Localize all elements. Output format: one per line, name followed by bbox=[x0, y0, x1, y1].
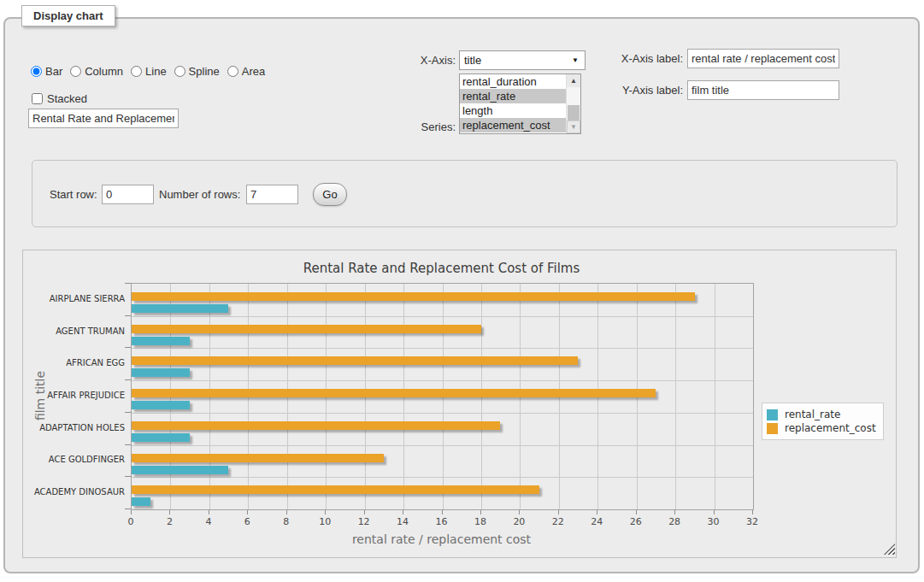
y-tick bbox=[125, 379, 131, 380]
bar-replacement_cost bbox=[132, 356, 578, 365]
series-multiselect[interactable]: rental_durationrental_ratelengthreplacem… bbox=[459, 73, 581, 134]
y-category-label: AGENT TRUMAN bbox=[28, 326, 125, 336]
series-option-rental_duration[interactable]: rental_duration bbox=[460, 74, 568, 89]
gridline bbox=[132, 348, 753, 349]
radio-line[interactable] bbox=[131, 66, 142, 77]
gridline bbox=[132, 445, 753, 446]
x-tick bbox=[519, 510, 520, 514]
x-tick bbox=[403, 510, 403, 514]
y-axis-label-field-label: Y-Axis label: bbox=[591, 84, 683, 97]
chart-type-bar[interactable]: Bar bbox=[31, 65, 62, 78]
y-tick bbox=[125, 347, 131, 348]
y-category-label: ADAPTATION HOLES bbox=[28, 423, 125, 432]
display-chart-fieldset: BarColumnLineSplineArea Stacked X-Axis: … bbox=[3, 17, 920, 573]
x-axis-title: rental rate / replacement cost bbox=[131, 532, 752, 546]
radio-bar[interactable] bbox=[31, 66, 42, 77]
go-button[interactable]: Go bbox=[313, 183, 347, 206]
gridline bbox=[132, 477, 753, 478]
legend-swatch bbox=[767, 409, 778, 420]
bar-rental_rate bbox=[132, 401, 190, 409]
y-category-label: ACADEMY DINOSAUR bbox=[28, 487, 125, 497]
chart-title: Rental Rate and Replacement Cost of Film… bbox=[131, 261, 752, 276]
x-tick bbox=[714, 510, 715, 514]
x-tick bbox=[209, 510, 209, 514]
x-tick bbox=[636, 510, 637, 514]
x-tick-label: 2 bbox=[156, 516, 182, 527]
x-tick-label: 12 bbox=[351, 516, 377, 527]
series-option-rental_rate[interactable]: rental_rate bbox=[460, 89, 568, 103]
series-option-length[interactable]: length bbox=[460, 103, 568, 118]
radio-area[interactable] bbox=[227, 66, 238, 77]
bar-replacement_cost bbox=[132, 389, 656, 397]
y-category-label: ACE GOLDFINGER bbox=[28, 455, 125, 464]
chart-title-input[interactable] bbox=[28, 109, 179, 128]
bar-rental_rate bbox=[132, 466, 228, 474]
legend-item-replacement_cost: replacement_cost bbox=[767, 422, 876, 434]
chart-type-line[interactable]: Line bbox=[131, 65, 167, 78]
scrollbar-thumb[interactable] bbox=[568, 105, 580, 121]
series-option-replacement_cost[interactable]: replacement_cost bbox=[460, 118, 568, 132]
x-axis-label-input[interactable] bbox=[687, 49, 839, 68]
x-tick bbox=[131, 510, 132, 514]
bar-rental_rate bbox=[132, 433, 190, 442]
number-of-rows-input[interactable] bbox=[246, 185, 298, 204]
bar-replacement_cost bbox=[132, 485, 539, 494]
stacked-label: Stacked bbox=[47, 92, 87, 105]
gridline bbox=[132, 380, 753, 381]
stacked-checkbox[interactable] bbox=[32, 93, 43, 104]
radio-label: Bar bbox=[45, 65, 62, 78]
series-options: rental_durationrental_ratelengthreplacem… bbox=[460, 74, 580, 132]
x-tick-label: 30 bbox=[701, 516, 727, 527]
radio-label: Spline bbox=[189, 65, 220, 78]
y-tick bbox=[125, 444, 131, 445]
x-tick bbox=[558, 510, 559, 514]
resize-handle-icon[interactable] bbox=[884, 544, 895, 555]
radio-label: Column bbox=[85, 65, 123, 78]
radio-label: Area bbox=[242, 65, 265, 78]
x-tick bbox=[480, 510, 481, 514]
x-tick bbox=[442, 510, 443, 514]
x-tick-label: 32 bbox=[739, 516, 765, 527]
scroll-down-icon[interactable]: ▼ bbox=[567, 121, 580, 133]
x-tick bbox=[674, 510, 675, 514]
x-tick-label: 20 bbox=[506, 516, 532, 527]
x-axis-select[interactable]: title ▼ bbox=[459, 50, 586, 70]
x-tick bbox=[169, 510, 170, 514]
x-tick-label: 10 bbox=[312, 516, 338, 527]
legend-swatch bbox=[767, 423, 778, 434]
y-tick bbox=[125, 315, 131, 316]
x-tick-label: 0 bbox=[118, 516, 144, 527]
y-axis-label-input[interactable] bbox=[687, 80, 839, 100]
radio-spline[interactable] bbox=[174, 66, 185, 77]
x-tick-label: 14 bbox=[390, 516, 415, 527]
x-tick-label: 22 bbox=[545, 516, 571, 527]
gridline bbox=[132, 316, 753, 317]
fieldset-legend: Display chart bbox=[21, 5, 115, 26]
legend-item-rental_rate: rental_rate bbox=[767, 409, 876, 420]
x-tick-label: 6 bbox=[234, 516, 260, 527]
bar-rental_rate bbox=[132, 337, 190, 345]
radio-column[interactable] bbox=[70, 66, 81, 77]
bar-rental_rate bbox=[132, 497, 150, 506]
start-row-input[interactable] bbox=[102, 185, 154, 204]
series-field-label: Series: bbox=[370, 121, 456, 133]
x-tick-label: 4 bbox=[196, 516, 221, 527]
x-axis-label-field-label: X-Axis label: bbox=[591, 52, 683, 65]
scrollbar[interactable]: ▲ ▼ bbox=[566, 74, 580, 133]
x-tick-label: 16 bbox=[429, 516, 455, 527]
gridline bbox=[675, 284, 676, 509]
bar-replacement_cost bbox=[132, 292, 695, 301]
chart-type-spline[interactable]: Spline bbox=[174, 65, 220, 78]
chart-type-area[interactable]: Area bbox=[227, 65, 265, 78]
scroll-up-icon[interactable]: ▲ bbox=[567, 74, 580, 87]
x-tick bbox=[247, 510, 248, 514]
x-tick bbox=[325, 510, 326, 514]
y-tick bbox=[125, 412, 131, 413]
x-tick-label: 24 bbox=[584, 516, 609, 527]
x-tick bbox=[364, 510, 365, 514]
bar-replacement_cost bbox=[132, 325, 481, 333]
chart-box: Rental Rate and Replacement Cost of Film… bbox=[22, 250, 897, 558]
legend-label: replacement_cost bbox=[785, 422, 876, 434]
x-tick bbox=[597, 510, 597, 514]
chart-type-column[interactable]: Column bbox=[70, 65, 123, 78]
